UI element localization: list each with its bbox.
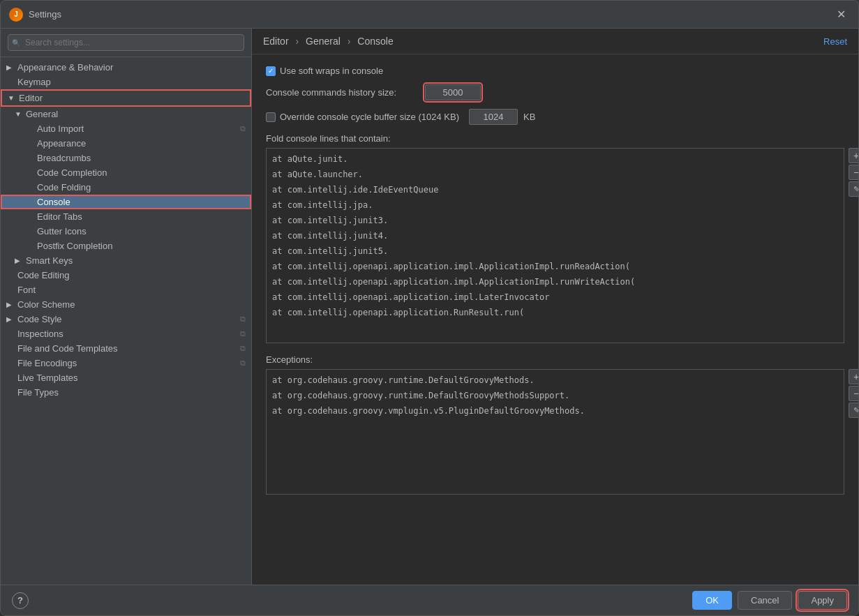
sidebar-item-appearance-behavior[interactable]: ▶ Appearance & Behavior	[1, 60, 251, 75]
exceptions-edit-button[interactable]: ✎	[849, 403, 858, 418]
exception-item: at org.codehaus.groovy.runtime.DefaultGr…	[269, 388, 841, 403]
app-icon: J	[9, 8, 23, 22]
help-button[interactable]: ?	[12, 592, 29, 609]
sidebar-item-file-code-templates[interactable]: File and Code Templates ⧉	[1, 341, 251, 356]
breadcrumb-sep-1: ›	[295, 36, 301, 47]
sidebar-item-file-encodings[interactable]: File Encodings ⧉	[1, 356, 251, 370]
sidebar-item-label: Breadcrumbs	[37, 153, 246, 163]
sidebar-item-code-style[interactable]: ▶ Code Style ⧉	[1, 312, 251, 326]
fold-add-button[interactable]: +	[849, 148, 858, 163]
copy-icon: ⧉	[240, 329, 246, 338]
fold-remove-button[interactable]: −	[849, 165, 858, 180]
sidebar-item-appearance[interactable]: Appearance	[1, 136, 251, 151]
breadcrumb-sep-2: ›	[348, 36, 354, 47]
sidebar-item-code-editing[interactable]: Code Editing	[1, 268, 251, 283]
commands-history-row: Console commands history size:	[266, 84, 844, 100]
sidebar-item-label: File Types	[17, 387, 246, 398]
toggle-icon: ▶	[6, 63, 17, 71]
override-buffer-input[interactable]	[469, 109, 518, 125]
override-buffer-row: Override console cycle buffer size (1024…	[266, 109, 844, 125]
fold-edit-button[interactable]: ✎	[849, 181, 858, 197]
sidebar-item-font[interactable]: Font	[1, 283, 251, 297]
reset-link[interactable]: Reset	[823, 36, 847, 47]
sidebar-item-code-folding[interactable]: Code Folding	[1, 180, 251, 195]
close-button[interactable]: ✕	[832, 6, 850, 22]
exception-item: at org.codehaus.groovy.vmplugin.v5.Plugi…	[269, 403, 841, 419]
sidebar-item-label: Inspections	[17, 329, 237, 339]
override-buffer-label[interactable]: Override console cycle buffer size (1024…	[266, 112, 459, 122]
soft-wrap-text: Use soft wraps in console	[280, 66, 383, 76]
soft-wrap-row: Use soft wraps in console	[266, 66, 844, 76]
fold-list-item: at com.intellij.openapi.application.impl…	[269, 290, 841, 305]
breadcrumb-editor: Editor	[263, 36, 289, 47]
sidebar-item-inspections[interactable]: Inspections ⧉	[1, 326, 251, 341]
fold-list-container: at aQute.junit. at aQute.launcher. at co…	[266, 148, 844, 343]
toggle-icon: ▶	[6, 315, 17, 323]
fold-list-item: at com.intellij.openapi.application.impl…	[269, 274, 841, 290]
sidebar-item-file-types[interactable]: File Types	[1, 385, 251, 400]
override-buffer-checkbox[interactable]	[266, 112, 276, 122]
fold-list-item: at aQute.junit.	[269, 151, 841, 167]
soft-wrap-label[interactable]: Use soft wraps in console	[266, 66, 383, 76]
sidebar-item-editor-tabs[interactable]: Editor Tabs	[1, 209, 251, 224]
sidebar-item-label: Keymap	[17, 77, 246, 87]
sidebar-item-smart-keys[interactable]: ▶ Smart Keys	[1, 253, 251, 268]
sidebar-item-label: Postfix Completion	[37, 241, 246, 251]
sidebar-item-label: Live Templates	[17, 373, 246, 383]
main-panel: Editor › General › Console Reset Use sof…	[252, 29, 858, 585]
breadcrumb-console: Console	[357, 36, 393, 47]
fold-list-item: at aQute.launcher.	[269, 167, 841, 182]
override-buffer-unit: KB	[523, 112, 535, 122]
exceptions-container: at org.codehaus.groovy.runtime.DefaultGr…	[266, 369, 844, 495]
breadcrumb-general: General	[306, 36, 341, 47]
soft-wrap-checkbox[interactable]	[266, 66, 276, 76]
exceptions-add-button[interactable]: +	[849, 369, 858, 384]
sidebar-item-breadcrumbs[interactable]: Breadcrumbs	[1, 151, 251, 165]
sidebar-item-label: Editor	[19, 93, 244, 103]
fold-list[interactable]: at aQute.junit. at aQute.launcher. at co…	[266, 148, 844, 343]
cancel-button[interactable]: Cancel	[738, 591, 792, 610]
exception-item: at org.codehaus.groovy.runtime.DefaultGr…	[269, 373, 841, 388]
override-buffer-text: Override console cycle buffer size (1024…	[280, 112, 459, 122]
search-wrapper	[8, 34, 244, 51]
sidebar-item-live-templates[interactable]: Live Templates	[1, 370, 251, 385]
sidebar-item-label: Code Completion	[37, 167, 246, 178]
sidebar-item-label: General	[26, 109, 246, 119]
settings-tree: ▶ Appearance & Behavior Keymap ▼ Editor …	[1, 57, 251, 585]
fold-list-item: at com.intellij.junit5.	[269, 243, 841, 259]
apply-button[interactable]: Apply	[798, 591, 847, 610]
ok-button[interactable]: OK	[692, 591, 732, 610]
exceptions-remove-button[interactable]: −	[849, 386, 858, 401]
sidebar-item-label: Color Scheme	[17, 299, 246, 310]
toggle-icon: ▶	[6, 301, 17, 308]
panel-header: Editor › General › Console Reset	[252, 29, 858, 54]
footer: ? OK Cancel Apply	[1, 585, 858, 615]
sidebar-item-label: Code Editing	[17, 270, 246, 280]
fold-section-label: Fold console lines that contain:	[266, 133, 844, 144]
sidebar-item-general[interactable]: ▼ General	[1, 107, 251, 121]
sidebar-item-editor[interactable]: ▼ Editor	[1, 89, 251, 107]
sidebar-item-label: File Encodings	[17, 358, 237, 368]
content-area: ▶ Appearance & Behavior Keymap ▼ Editor …	[1, 29, 858, 585]
sidebar-item-label: Code Folding	[37, 182, 246, 193]
toggle-icon: ▶	[15, 257, 26, 264]
sidebar-item-label: Code Style	[17, 314, 237, 324]
fold-list-item: at com.intellij.openapi.application.RunR…	[269, 305, 841, 320]
search-input[interactable]	[8, 34, 244, 51]
sidebar-item-auto-import[interactable]: Auto Import ⧉	[1, 121, 251, 136]
sidebar-item-gutter-icons[interactable]: Gutter Icons	[1, 224, 251, 239]
sidebar-item-label: Appearance & Behavior	[17, 62, 246, 73]
commands-history-label: Console commands history size:	[266, 87, 419, 98]
fold-list-buttons: + − ✎	[849, 148, 858, 197]
sidebar-item-console[interactable]: Console	[1, 195, 251, 209]
sidebar-item-postfix-completion[interactable]: Postfix Completion	[1, 239, 251, 253]
exceptions-list[interactable]: at org.codehaus.groovy.runtime.DefaultGr…	[266, 369, 844, 495]
settings-dialog: J Settings ✕ ▶ Appearance & Behavior K	[0, 0, 859, 616]
fold-list-item: at com.intellij.openapi.application.impl…	[269, 259, 841, 274]
commands-history-input[interactable]	[425, 84, 481, 100]
fold-list-item: at com.intellij.jpa.	[269, 197, 841, 213]
sidebar-item-label: Console	[37, 197, 246, 207]
sidebar-item-color-scheme[interactable]: ▶ Color Scheme	[1, 297, 251, 312]
sidebar-item-code-completion[interactable]: Code Completion	[1, 165, 251, 180]
sidebar-item-keymap[interactable]: Keymap	[1, 75, 251, 89]
